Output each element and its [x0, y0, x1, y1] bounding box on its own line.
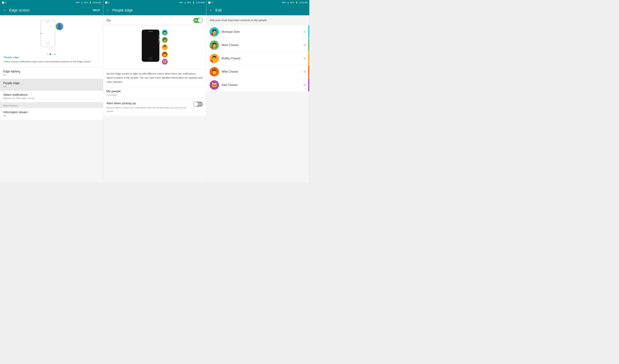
select-notifications-title: Select notifications: [3, 93, 100, 97]
reorder-icon-mom[interactable]: [304, 44, 306, 46]
demo-avatar-3: 👨: [161, 44, 168, 50]
battery-text-2: 90%: [187, 1, 191, 4]
people-edge-item[interactable]: People edge On: [0, 79, 103, 90]
wifi-icon-2: WiFi: [179, 1, 183, 4]
toggle-knob: [198, 18, 202, 23]
battery-icon-1: 🔋: [89, 1, 92, 4]
contact-item-bobby[interactable]: 👨 − Bobby Chavez: [206, 52, 309, 65]
edge-screen-panel: ⬜ N WiFi ▲ 90% 🔋 10:54 AM ← Edge screen …: [0, 0, 103, 182]
status-bar-2: ⬜ N WiFi ▲ 90% 🔋 10:54 AM: [103, 0, 206, 5]
contact-name-mom: Mom Chavez: [222, 43, 301, 47]
contact-item-willy[interactable]: 👨 − Willy Chavez: [206, 65, 309, 78]
contact-name-willy: Willy Chavez: [222, 70, 301, 73]
battery-icon-2: 🔋: [192, 1, 195, 4]
nfc-icon-3: N: [211, 1, 213, 4]
edge-lighting-title: Edge lighting: [3, 70, 100, 73]
edge-color-5: [159, 42, 160, 44]
edge-indicator-willy: [308, 65, 309, 78]
alert-row: Alert when picking up Receive alerts if …: [103, 99, 206, 116]
back-button-3[interactable]: ←: [209, 8, 213, 12]
time-1: 10:54 AM: [93, 1, 101, 4]
more-features-header: More features: [0, 102, 103, 108]
my-people-title: My people: [107, 90, 203, 93]
remove-badge-bobby[interactable]: −: [210, 60, 213, 63]
demo-avatar-4: 👨: [161, 51, 168, 58]
reorder-icon-bobby[interactable]: [304, 57, 306, 59]
battery-text-1: 90%: [84, 1, 88, 4]
select-notifications-item[interactable]: Select notifications Missed call, Messag…: [0, 91, 103, 102]
hero-description: Check missed notifications about your mo…: [4, 60, 91, 64]
arrow-icon: ←: [39, 30, 44, 36]
edge-colors: [159, 35, 160, 44]
page-title-3: Edit: [215, 8, 306, 12]
nfc-icon-2: N: [108, 1, 110, 4]
page-title-1: Edge screen: [9, 8, 91, 12]
toggle-label: On: [107, 19, 111, 22]
contact-item-mom[interactable]: 👩 − Mom Chavez: [206, 39, 309, 52]
my-people-count: 5 contacts: [107, 94, 203, 96]
edit-panel: ⬜ N WiFi ▲ 89% 🔋 10:55 AM ← Edit Add you…: [206, 0, 310, 182]
remove-badge-mom[interactable]: −: [210, 47, 213, 50]
edge-color-1: [159, 35, 160, 37]
dot-2: [50, 54, 51, 55]
edge-indicator-monique: [308, 25, 309, 38]
time-3: 10:55 AM: [299, 1, 308, 4]
reorder-icon-monique[interactable]: [304, 31, 306, 33]
alert-off-text: OFF: [198, 103, 202, 105]
back-button-1[interactable]: ←: [3, 8, 7, 12]
my-people-item[interactable]: My people 5 contacts: [103, 87, 206, 99]
demo-avatar-5: 🐱: [161, 58, 168, 65]
toolbar-1: ← Edge screen HELP: [0, 5, 103, 15]
hero-link[interactable]: People edge: [4, 56, 19, 59]
battery-text-3: 89%: [290, 1, 294, 4]
contact-avatar-monique: 👩 −: [210, 27, 219, 37]
remove-badge-dad[interactable]: −: [210, 86, 213, 90]
people-edge-title: People edge: [3, 82, 100, 85]
help-button[interactable]: HELP: [93, 9, 100, 12]
contact-item-monique[interactable]: 👩 − Monique Soto: [206, 25, 309, 39]
screenshot-icon-2: ⬜: [105, 1, 108, 4]
dots-indicator: [47, 54, 56, 55]
dot-3: [52, 54, 54, 55]
demo-avatar-1: 👩: [161, 29, 168, 36]
demo-avatar-2: 👩: [161, 37, 168, 43]
phone-demo: 👩 👩 👨 👨 🐱: [103, 26, 206, 69]
reorder-icon-dad[interactable]: [304, 84, 306, 86]
hero-section: ← People edge Check missed notifications…: [0, 15, 103, 67]
screenshot-icon-3: ⬜: [208, 1, 211, 4]
contact-item-dad[interactable]: 🐱 − Dad Chavez: [206, 78, 309, 92]
signal-icon-3: ▲: [287, 1, 289, 4]
main-toggle[interactable]: ON: [193, 18, 203, 23]
edge-color-4: [159, 41, 160, 42]
page-title-2: People edge: [112, 8, 203, 12]
contact-avatar-mom: 👩 −: [210, 41, 219, 50]
description-section: Set the Edge screen to light up with dif…: [103, 69, 206, 87]
people-edge-subtitle: On: [3, 85, 100, 88]
select-notifications-subtitle: Missed call, Messages, Email: [3, 97, 100, 99]
alert-toggle[interactable]: OFF: [193, 101, 203, 107]
status-bar-3: ⬜ N WiFi ▲ 89% 🔋 10:55 AM: [206, 0, 309, 5]
remove-badge-monique[interactable]: −: [210, 33, 213, 37]
contact-avatar-dad: 🐱 −: [210, 80, 219, 90]
edge-lighting-item[interactable]: Edge lighting On: [0, 67, 103, 79]
status-left-3: ⬜ N: [208, 1, 213, 4]
main-toggle-row: On ON: [103, 15, 206, 26]
contact-name-monique: Monique Soto: [222, 30, 301, 33]
alert-text-block: Alert when picking up Receive alerts if …: [107, 101, 191, 113]
toggle-on-text: ON: [195, 19, 197, 21]
information-stream-item[interactable]: Information stream On: [0, 108, 103, 120]
status-left-2: ⬜ N: [105, 1, 110, 4]
wifi-icon: WiFi: [76, 1, 80, 4]
remove-badge-willy[interactable]: −: [210, 73, 213, 76]
contact-avatar-bobby: 👨 −: [210, 54, 219, 63]
alert-toggle-knob: [194, 102, 198, 106]
back-button-2[interactable]: ←: [106, 8, 110, 12]
edge-color-2: [159, 37, 160, 38]
edge-color-3: [159, 39, 160, 40]
reorder-icon-willy[interactable]: [304, 71, 306, 73]
alert-title: Alert when picking up: [107, 101, 191, 105]
status-bar-1: ⬜ N WiFi ▲ 90% 🔋 10:54 AM: [0, 0, 103, 5]
nfc-icon: N: [5, 1, 7, 4]
toolbar-3: ← Edit: [206, 5, 309, 15]
alert-desc: Receive alerts if there are notification…: [107, 106, 191, 113]
